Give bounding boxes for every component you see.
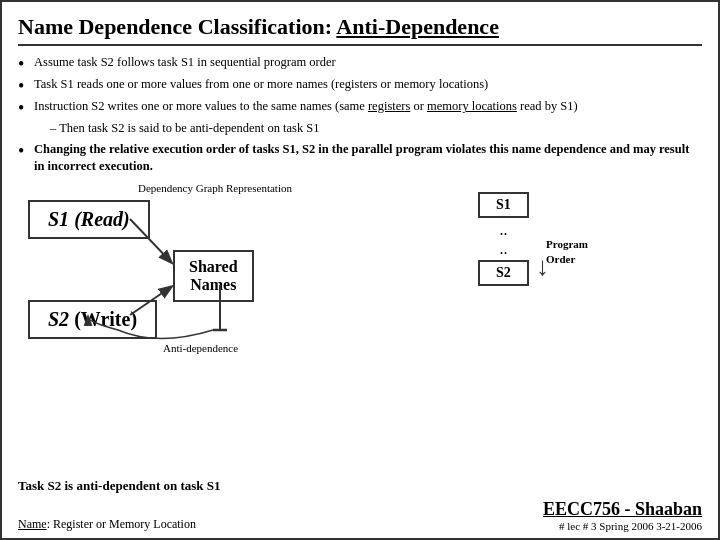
title-main: Name Dependence Classification: bbox=[18, 14, 336, 39]
bullet-dot-3: • bbox=[18, 98, 34, 117]
sub-bullet-text: – Then task S2 is said to be anti-depend… bbox=[50, 120, 702, 138]
bullet-sub: – Then task S2 is said to be anti-depend… bbox=[18, 120, 702, 138]
bullet-item-1: • Assume task S2 follows task S1 in sequ… bbox=[18, 54, 702, 73]
footer-right: EECC756 - Shaaban # lec # 3 Spring 2006 … bbox=[543, 499, 702, 532]
name-label: Name bbox=[18, 517, 47, 531]
bullet-text-2: Task S1 reads one or more values from on… bbox=[34, 76, 702, 94]
anti-dep-label: Anti-dependence bbox=[163, 342, 238, 354]
bullet-dot-2: • bbox=[18, 76, 34, 95]
shared-names-box: SharedNames bbox=[173, 250, 254, 302]
footer-left: Name: Register or Memory Location bbox=[18, 517, 196, 532]
dep-s2-node: S2 bbox=[478, 260, 529, 286]
bullet-list: • Assume task S2 follows task S1 in sequ… bbox=[18, 54, 702, 176]
bullet-text-1: Assume task S2 follows task S1 in sequen… bbox=[34, 54, 702, 72]
slide-title: Name Dependence Classification: Anti-Dep… bbox=[18, 14, 702, 46]
right-diagram: S1 .... S2 ↓ ProgramOrder bbox=[458, 182, 618, 392]
slide: Name Dependence Classification: Anti-Dep… bbox=[0, 0, 720, 540]
dep-column: S1 .... S2 bbox=[478, 192, 529, 286]
bullet-item-4: • Changing the relative execution order … bbox=[18, 141, 702, 176]
bullet-text-4: Changing the relative execution order of… bbox=[34, 141, 702, 176]
dep-dots: .... bbox=[499, 220, 507, 258]
name-desc: : Register or Memory Location bbox=[47, 517, 196, 531]
footer: Name: Register or Memory Location EECC75… bbox=[18, 499, 702, 532]
left-diagram: Dependency Graph Representation S1 (Read… bbox=[18, 182, 398, 392]
s2-write-box: S2 (Write) bbox=[28, 300, 157, 339]
footer-logo: EECC756 - Shaaban bbox=[543, 499, 702, 520]
title-underlined: Anti-Dependence bbox=[336, 14, 499, 39]
bullet-dot-1: • bbox=[18, 54, 34, 73]
bullet-item-3: • Instruction S2 writes one or more valu… bbox=[18, 98, 702, 117]
bullet-item-2: • Task S1 reads one or more values from … bbox=[18, 76, 702, 95]
bullet-text-3: Instruction S2 writes one or more values… bbox=[34, 98, 702, 116]
course-info: # lec # 3 Spring 2006 3-21-2006 bbox=[543, 520, 702, 532]
s1-read-box: S1 (Read) bbox=[28, 200, 150, 239]
anti-dep-bottom: Task S2 is anti-dependent on task S1 bbox=[18, 478, 221, 494]
dep-s1-node: S1 bbox=[478, 192, 529, 218]
dep-graph-label: Dependency Graph Representation bbox=[138, 182, 292, 194]
diagram-area: Dependency Graph Representation S1 (Read… bbox=[18, 182, 702, 392]
bullet-dot-4: • bbox=[18, 141, 34, 160]
program-order-label: ProgramOrder bbox=[546, 237, 588, 268]
